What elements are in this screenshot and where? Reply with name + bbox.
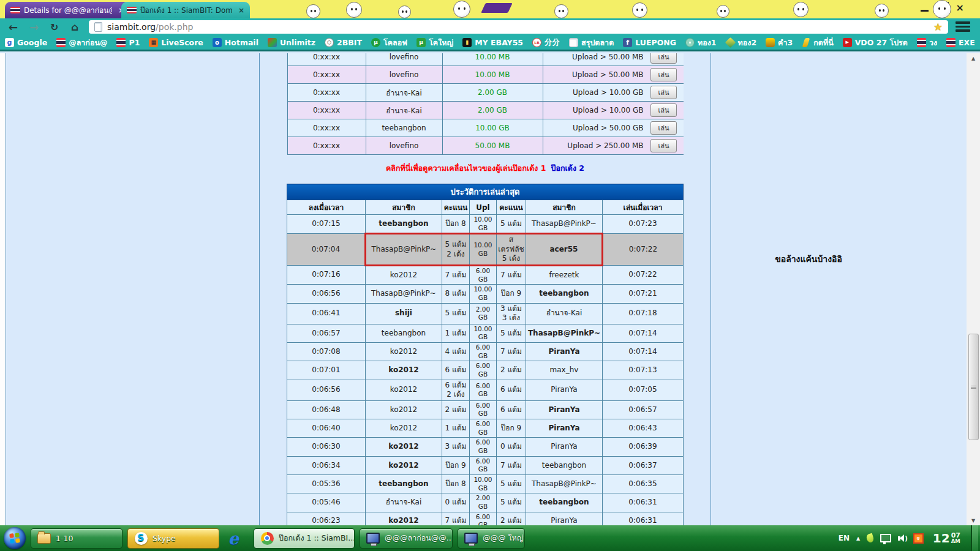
close-icon[interactable]: × xyxy=(956,4,964,12)
bookmark-item[interactable]: VDO 27 โปรด xyxy=(843,37,908,49)
history-player-cell[interactable]: PiranYa xyxy=(526,419,602,438)
bookmark-item[interactable]: กดที่นี่ xyxy=(802,37,833,49)
network-icon[interactable] xyxy=(880,534,891,542)
bet-player-cell[interactable]: lovefino xyxy=(366,137,442,155)
menu-icon[interactable] xyxy=(956,21,970,32)
history-player-cell[interactable]: ko2012 xyxy=(365,419,442,438)
history-player-cell[interactable]: ThasapB@PinkP~ xyxy=(526,324,602,342)
bookmark-item[interactable]: Unlimitz xyxy=(268,38,315,47)
bookmark-item[interactable]: MY EBAY55 xyxy=(462,38,523,47)
play-button[interactable]: เล่น xyxy=(650,121,676,135)
volume-icon[interactable]: ) xyxy=(898,534,907,542)
history-time-cell: 0:07:13 xyxy=(602,361,683,380)
history-player-cell[interactable]: ko2012 xyxy=(365,266,442,285)
history-player-cell[interactable]: teebangbon xyxy=(526,493,602,512)
history-player-cell[interactable]: ThasapB@PinkP~ xyxy=(526,215,602,234)
bookmark-item[interactable]: วง xyxy=(917,37,937,49)
bookmark-label: VDO 27 โปรด xyxy=(855,37,908,49)
history-player-cell[interactable]: ko2012 xyxy=(365,380,442,400)
scrollbar-thumb[interactable] xyxy=(968,334,979,440)
history-player-cell[interactable]: ThasapB@PinkP~ xyxy=(365,234,442,266)
history-player-cell[interactable]: ko2012 xyxy=(365,343,442,361)
history-player-cell[interactable]: ThasapB@PinkP~ xyxy=(365,285,442,303)
history-player-cell[interactable]: ko2012 xyxy=(365,456,442,474)
bookmark-item[interactable]: โคลอฟ xyxy=(371,37,407,49)
bet-player-cell[interactable]: lovefino xyxy=(366,66,442,84)
back-icon[interactable]: ← xyxy=(9,18,18,36)
bet-player-cell[interactable]: lovefino xyxy=(366,53,442,66)
history-time-cell: 0:06:31 xyxy=(602,493,683,512)
taskbar-button-skype[interactable]: SSkype xyxy=(127,528,219,549)
bookmark-item[interactable]: 2BBIT xyxy=(325,38,362,47)
forward-icon[interactable]: → xyxy=(29,18,39,36)
tab-pokdeng[interactable]: ป๊อกเด้ง 1 :: SiamBIT: Doma × xyxy=(121,2,250,18)
taskbar-button-ie[interactable]: e xyxy=(224,528,249,549)
taskbar-clock[interactable]: 12 07 AM xyxy=(933,532,960,544)
history-player-cell[interactable]: teebangbon xyxy=(365,215,442,234)
history-player-cell[interactable]: PiranYa xyxy=(526,343,602,361)
scroll-down-icon[interactable]: ▼ xyxy=(967,515,980,525)
history-player-cell[interactable]: teebangbon xyxy=(365,324,442,342)
hidden-icons-arrow[interactable]: ▲ xyxy=(856,536,860,541)
bookmark-item[interactable]: Google xyxy=(5,38,47,47)
bet-player-cell[interactable]: teebangbon xyxy=(366,119,442,137)
play-button[interactable]: เล่น xyxy=(650,68,676,81)
bet-player-cell[interactable]: อำนาจ-Kai xyxy=(366,102,442,119)
bookmark-item[interactable]: LiveScore xyxy=(149,38,203,47)
bookmark-item[interactable]: LUEPONG xyxy=(623,38,676,47)
history-player-cell[interactable]: ko2012 xyxy=(365,400,442,419)
bookmark-item[interactable]: คำ3 xyxy=(766,37,793,49)
taskbar-button--202-[interactable]: @@@ ใหญ่ - 202.... xyxy=(458,528,525,549)
bookmark-item[interactable]: สรุปตลาด xyxy=(569,37,614,49)
bookmark-item[interactable]: 分分 xyxy=(532,37,560,48)
history-player-cell[interactable]: ko2012 xyxy=(365,438,442,456)
play-button[interactable]: เล่น xyxy=(650,86,676,99)
tray-leaf-icon[interactable] xyxy=(865,533,875,544)
history-player-cell[interactable]: max_hv xyxy=(526,361,602,380)
history-player-cell[interactable]: teebangbon xyxy=(365,474,442,493)
history-player-cell[interactable]: shiji xyxy=(365,303,442,324)
tab-details[interactable]: Details for @@@ลาก่อน@( × xyxy=(5,2,130,18)
history-player-cell[interactable]: PiranYa xyxy=(526,380,602,400)
taskbar-button-1-10[interactable]: 1-10 xyxy=(31,528,123,549)
new-tab-button[interactable] xyxy=(481,3,512,13)
history-player-cell[interactable]: ko2012 xyxy=(365,361,442,380)
taskbar-button--[interactable]: @@@ลาก่อน@@... xyxy=(360,528,453,549)
play-button[interactable]: เล่น xyxy=(650,103,676,117)
scroll-up-icon[interactable]: ▲ xyxy=(967,53,980,63)
reload-icon[interactable]: ↻ xyxy=(50,18,58,36)
bet-player-cell[interactable]: อำนาจ-Kai xyxy=(366,84,442,102)
home-icon[interactable]: ⌂ xyxy=(71,18,78,36)
history-player-cell[interactable]: teebangbon xyxy=(526,285,602,303)
page-scrollbar[interactable]: ▲ ▼ xyxy=(967,53,980,525)
address-bar[interactable]: siambit.org/pok.php ★ xyxy=(89,20,948,34)
bookmark-item[interactable]: @ลาก่อน@ xyxy=(56,37,107,49)
bookmark-item[interactable]: Hotmail xyxy=(213,38,258,47)
movement-link-pokdeng2[interactable]: ป๊อกเด้ง 2 xyxy=(551,163,585,173)
history-player-cell[interactable]: PiranYa xyxy=(526,438,602,456)
taskbar-button--1-siambi-[interactable]: ป๊อกเด้ง 1 :: SiamBI... xyxy=(254,528,355,549)
history-player-cell[interactable]: teebangbon xyxy=(526,456,602,474)
bookmark-item[interactable]: P1 xyxy=(116,38,140,47)
play-button[interactable]: เล่น xyxy=(650,139,676,152)
start-button[interactable] xyxy=(4,527,26,549)
bookmark-item[interactable]: ทอง1 xyxy=(685,37,717,49)
movement-link-pokdeng1[interactable]: คลิกที่นี่เพื่อดูความเคลื่อนไหวของผู้เล่… xyxy=(386,163,546,173)
bookmark-item[interactable]: EXE xyxy=(946,38,975,47)
history-player-cell[interactable]: acer55 xyxy=(526,234,602,266)
minimize-icon[interactable] xyxy=(921,10,929,12)
history-player-cell[interactable]: อำนาจ-Kai xyxy=(526,303,602,324)
tab-close-icon[interactable]: × xyxy=(238,6,244,15)
play-button[interactable]: เล่น xyxy=(650,53,676,64)
bookmark-item[interactable]: ทอง2 xyxy=(726,37,757,49)
history-player-cell[interactable]: PiranYa xyxy=(526,400,602,419)
history-player-cell[interactable]: อำนาจ-Kai xyxy=(365,493,442,512)
downloader-icon[interactable]: » xyxy=(913,533,924,544)
bookmark-label: LiveScore xyxy=(161,38,203,47)
show-desktop-button[interactable] xyxy=(971,525,978,551)
history-player-cell[interactable]: ThasapB@PinkP~ xyxy=(526,474,602,493)
bookmark-star-icon[interactable]: ★ xyxy=(933,21,943,33)
history-player-cell[interactable]: freezetk xyxy=(526,266,602,285)
bookmark-item[interactable]: โคใหญ่ xyxy=(417,37,453,49)
language-indicator[interactable]: EN xyxy=(839,534,850,542)
